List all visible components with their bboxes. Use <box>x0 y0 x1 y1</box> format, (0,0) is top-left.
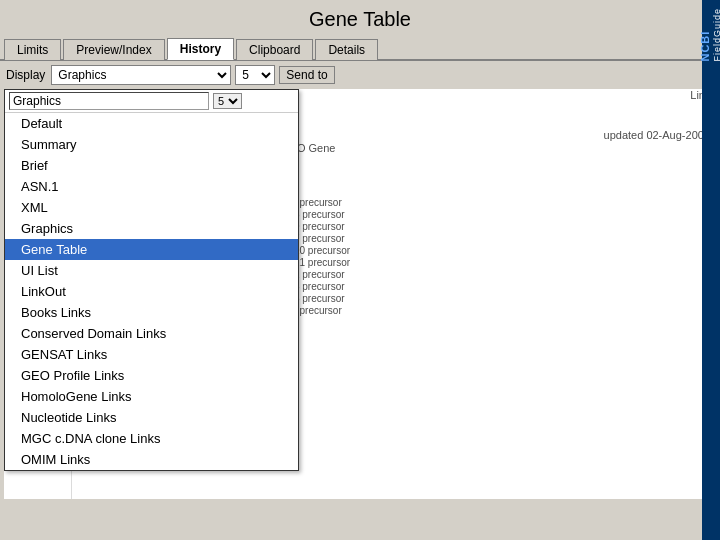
format-item-omim[interactable]: OMIM Links <box>5 449 298 470</box>
tab-bar: Limits Preview/Index History Clipboard D… <box>0 37 720 61</box>
format-item-ui-list[interactable]: UI List <box>5 260 298 281</box>
format-item-summary[interactable]: Summary <box>5 134 298 155</box>
format-item-books[interactable]: Books Links <box>5 302 298 323</box>
tab-limits[interactable]: Limits <box>4 39 61 60</box>
ncbi-label: NCBI FieldGuide <box>699 8 720 62</box>
format-item-mgc[interactable]: MGC c.DNA clone Links <box>5 428 298 449</box>
ncbi-sidebar: NCBI FieldGuide <box>702 0 720 540</box>
page-title: Gene Table <box>0 0 720 37</box>
send-to-button[interactable]: Send to <box>279 66 334 84</box>
format-dropdown: 5 Default Summary Brief ASN.1 XML Graphi… <box>4 89 299 471</box>
dropdown-search-input[interactable] <box>9 92 209 110</box>
format-item-xml[interactable]: XML <box>5 197 298 218</box>
tab-preview-index[interactable]: Preview/Index <box>63 39 164 60</box>
format-item-graphics[interactable]: Graphics <box>5 218 298 239</box>
toolbar-row: Display Graphics 5 Send to <box>0 61 720 89</box>
dropdown-list[interactable]: Default Summary Brief ASN.1 XML Graphics… <box>5 113 298 470</box>
format-item-conserved[interactable]: Conserved Domain Links <box>5 323 298 344</box>
tab-history[interactable]: History <box>167 38 234 60</box>
format-item-gene-table[interactable]: Gene Table <box>5 239 298 260</box>
format-item-brief[interactable]: Brief <box>5 155 298 176</box>
format-item-nucleotide[interactable]: Nucleotide Links <box>5 407 298 428</box>
format-select[interactable]: Graphics <box>51 65 231 85</box>
dropdown-header: 5 <box>5 90 298 113</box>
display-label: Display <box>6 68 45 82</box>
tab-details[interactable]: Details <box>315 39 378 60</box>
tab-clipboard[interactable]: Clipboard <box>236 39 313 60</box>
format-item-default[interactable]: Default <box>5 113 298 134</box>
count-select[interactable]: 5 <box>235 65 275 85</box>
main-content: All: 1 [26135427] 5 NM_000410 NM_139004 … <box>4 89 716 499</box>
format-item-asn1[interactable]: ASN.1 <box>5 176 298 197</box>
format-item-homologene[interactable]: HomoloGene Links <box>5 386 298 407</box>
format-item-gensat[interactable]: GENSAT Links <box>5 344 298 365</box>
dropdown-aux-select[interactable]: 5 <box>213 93 242 109</box>
format-item-geo[interactable]: GEO Profile Links <box>5 365 298 386</box>
format-item-linkout[interactable]: LinkOut <box>5 281 298 302</box>
